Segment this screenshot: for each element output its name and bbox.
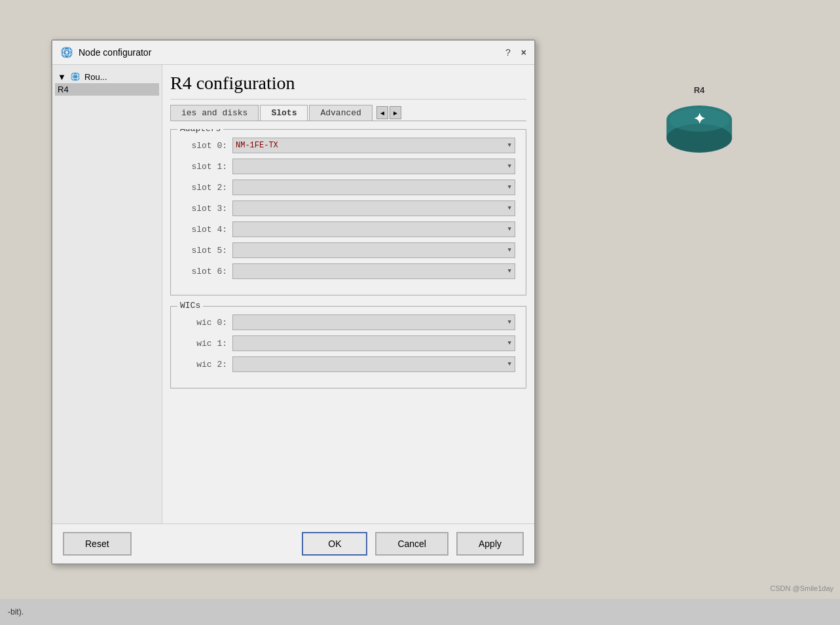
slot-6-select[interactable] bbox=[232, 263, 515, 279]
close-button[interactable]: × bbox=[521, 47, 526, 58]
adapters-label: Adapters bbox=[177, 129, 223, 134]
help-button[interactable]: ? bbox=[505, 47, 511, 58]
wic-1-select-wrapper bbox=[232, 335, 515, 351]
slot-5-select[interactable] bbox=[232, 242, 515, 258]
slot-6-label: slot 6: bbox=[181, 267, 227, 276]
title-bar: Node configurator ? × bbox=[52, 41, 534, 65]
slot-0-select-wrapper: NM-1FE-TX bbox=[232, 138, 515, 153]
tab-prev-button[interactable]: ◄ bbox=[376, 106, 388, 119]
tab-ies-and-disks[interactable]: ies and disks bbox=[170, 105, 259, 121]
dialog-footer: Reset OK Cancel Apply bbox=[52, 523, 534, 563]
wic-2-select-wrapper bbox=[232, 356, 515, 372]
slot-5-select-wrapper bbox=[232, 242, 515, 258]
tree-item-router[interactable]: ▼ Rou... bbox=[55, 70, 159, 83]
slot-0-row: slot 0: NM-1FE-TX bbox=[181, 138, 515, 153]
content-area: R4 configuration ies and disks Slots Adv… bbox=[162, 65, 534, 523]
bottom-bar: -bit). bbox=[0, 599, 840, 625]
desktop: R4 ✦ Node configu bbox=[0, 0, 840, 625]
slot-1-select[interactable]: NM-1FE-TX bbox=[232, 159, 515, 174]
slot-4-select-wrapper bbox=[232, 221, 515, 237]
tabs-container: ies and disks Slots Advanced ◄ ► bbox=[170, 105, 526, 121]
tab-nav: ◄ ► bbox=[376, 106, 401, 119]
slot-3-label: slot 3: bbox=[181, 204, 227, 214]
slot-6-row: slot 6: bbox=[181, 263, 515, 279]
watermark: CSDN @Smile1day bbox=[770, 584, 833, 592]
tree-arrow: ▼ bbox=[58, 72, 66, 82]
wic-0-label: wic 0: bbox=[181, 318, 227, 328]
apply-button[interactable]: Apply bbox=[456, 532, 524, 556]
slot-0-label: slot 0: bbox=[181, 141, 227, 151]
slot-1-select-wrapper: NM-1FE-TX bbox=[232, 159, 515, 174]
wic-1-label: wic 1: bbox=[181, 339, 227, 349]
config-title: R4 configuration bbox=[170, 73, 526, 100]
tree-router-label: Rou... bbox=[84, 72, 107, 82]
svg-point-8 bbox=[65, 51, 68, 54]
slot-2-select-wrapper: NM-1FE-TX bbox=[232, 180, 515, 195]
wic-0-row: wic 0: bbox=[181, 314, 515, 330]
adapters-section: Adapters slot 0: NM-1FE-TX bbox=[170, 129, 526, 295]
wic-2-row: wic 2: bbox=[181, 356, 515, 372]
wic-0-select-wrapper bbox=[232, 314, 515, 330]
dialog-window: Node configurator ? × ▼ Rou... bbox=[51, 39, 536, 565]
title-bar-title: Node configurator bbox=[79, 47, 151, 58]
router-icon-large: ✦ bbox=[663, 100, 735, 159]
sidebar-tree: ▼ Rou... R4 bbox=[52, 65, 162, 523]
slot-3-row: slot 3: NM-1FE-TX bbox=[181, 200, 515, 216]
slot-2-row: slot 2: NM-1FE-TX bbox=[181, 180, 515, 195]
slot-4-row: slot 4: bbox=[181, 221, 515, 237]
title-bar-controls: ? × bbox=[505, 47, 526, 58]
cancel-button[interactable]: Cancel bbox=[375, 532, 448, 556]
slot-1-row: slot 1: NM-1FE-TX bbox=[181, 159, 515, 174]
tab-slots[interactable]: Slots bbox=[260, 105, 308, 121]
slot-3-select[interactable]: NM-1FE-TX bbox=[232, 200, 515, 216]
wics-section: WICs wic 0: wic 1: bbox=[170, 306, 526, 388]
svg-point-9 bbox=[71, 72, 80, 81]
node-configurator-icon bbox=[60, 46, 73, 59]
tab-advanced[interactable]: Advanced bbox=[309, 105, 372, 121]
bottom-text: -bit). bbox=[8, 607, 24, 616]
slot-5-label: slot 5: bbox=[181, 246, 227, 256]
slot-3-select-wrapper: NM-1FE-TX bbox=[232, 200, 515, 216]
wic-0-select[interactable] bbox=[232, 314, 515, 330]
slot-5-row: slot 5: bbox=[181, 242, 515, 258]
reset-button[interactable]: Reset bbox=[63, 532, 132, 556]
dialog-body: ▼ Rou... R4 R4 configuration bbox=[52, 65, 534, 523]
title-bar-left: Node configurator bbox=[60, 46, 151, 59]
slot-1-label: slot 1: bbox=[181, 162, 227, 172]
footer-right-buttons: OK Cancel Apply bbox=[302, 532, 524, 556]
wics-label: WICs bbox=[177, 301, 203, 311]
slot-4-label: slot 4: bbox=[181, 225, 227, 235]
wic-2-label: wic 2: bbox=[181, 360, 227, 369]
router-visual: R4 ✦ bbox=[663, 85, 735, 159]
wic-1-select[interactable] bbox=[232, 335, 515, 351]
tree-item-r4[interactable]: R4 bbox=[55, 83, 159, 96]
slot-4-select[interactable] bbox=[232, 221, 515, 237]
svg-text:✦: ✦ bbox=[693, 111, 705, 127]
scroll-content[interactable]: Adapters slot 0: NM-1FE-TX bbox=[170, 129, 526, 516]
router-tree-icon bbox=[69, 71, 82, 82]
slot-2-label: slot 2: bbox=[181, 183, 227, 193]
ok-button[interactable]: OK bbox=[302, 532, 367, 556]
slot-6-select-wrapper bbox=[232, 263, 515, 279]
slot-2-select[interactable]: NM-1FE-TX bbox=[232, 180, 515, 195]
slot-0-select[interactable]: NM-1FE-TX bbox=[232, 138, 515, 153]
tab-next-button[interactable]: ► bbox=[390, 106, 401, 119]
wic-1-row: wic 1: bbox=[181, 335, 515, 351]
wic-2-select[interactable] bbox=[232, 356, 515, 372]
router-visual-label: R4 bbox=[694, 85, 705, 95]
tree-r4-label: R4 bbox=[58, 85, 69, 94]
